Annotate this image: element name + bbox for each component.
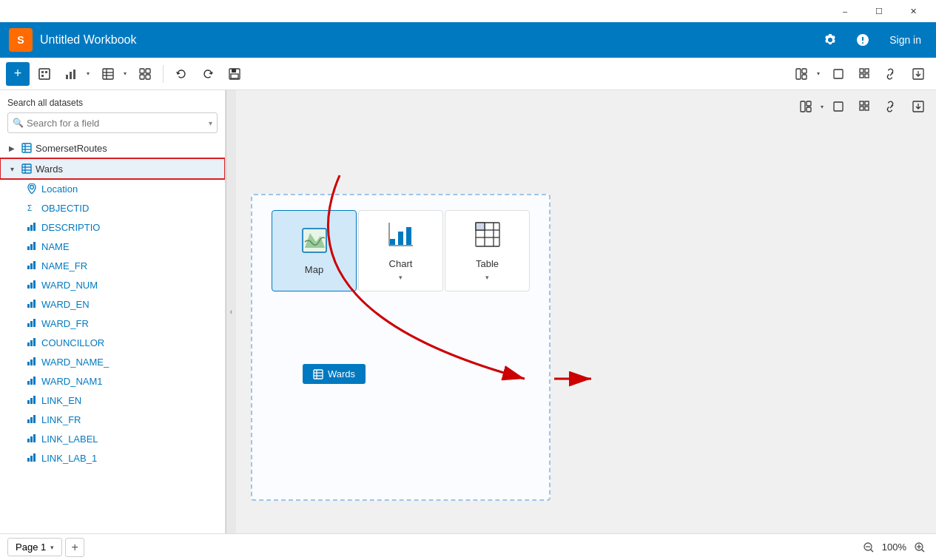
svg-rect-6 — [73, 70, 75, 79]
table-button[interactable] — [96, 62, 120, 86]
field-item-link-label[interactable]: LINK_LABEL — [0, 429, 225, 448]
viz-card-map[interactable]: Map — [272, 210, 357, 291]
field-item-link-en[interactable]: LINK_EN — [0, 391, 225, 410]
field-item-descriptio[interactable]: DESCRIPTIO — [0, 217, 225, 237]
svg-rect-38 — [27, 227, 30, 231]
svg-rect-73 — [33, 434, 36, 442]
field-item-location[interactable]: Location — [0, 179, 225, 198]
field-label-name-fr: NAME_FR — [41, 260, 87, 271]
wards-table-icon — [21, 163, 33, 175]
expand-icon[interactable]: ▶ — [6, 142, 18, 154]
svg-rect-22 — [860, 69, 863, 72]
export-button[interactable] — [906, 62, 930, 86]
table-chevron[interactable]: ▾ — [120, 62, 130, 86]
minimize-button[interactable]: – — [828, 0, 862, 22]
dashboard-button[interactable] — [133, 62, 157, 86]
table-viz-icon — [474, 221, 501, 254]
search-label: Search all datasets — [7, 98, 218, 108]
field-item-name[interactable]: NAME — [0, 237, 225, 256]
page-tab-dropdown-icon[interactable]: ▾ — [50, 544, 54, 551]
dataset-item-wards[interactable]: ▾ Wards ✏ ••• — [0, 158, 225, 179]
wards-badge-label: Wards — [328, 368, 355, 379]
fullscreen-button[interactable] — [826, 62, 850, 86]
field-label-link-lab1: LINK_LAB_1 — [41, 453, 97, 464]
canvas-layout-chevron[interactable]: ▾ — [821, 104, 824, 110]
wards-edit-icon[interactable]: ✏ — [198, 163, 206, 175]
table-icon — [21, 142, 33, 154]
map-view-button[interactable] — [33, 62, 56, 86]
svg-rect-1 — [41, 71, 44, 73]
field-item-name-fr[interactable]: NAME_FR — [0, 256, 225, 275]
bar-chart-chevron[interactable]: ▾ — [83, 62, 93, 86]
field-item-ward-fr[interactable]: WARD_FR — [0, 314, 225, 333]
dataset-item-somersetroutes[interactable]: ▶ SomersetRoutes — [0, 138, 225, 158]
field-item-objectid[interactable]: Σ OBJECTID — [0, 198, 225, 217]
layout-button-group[interactable]: ▾ — [789, 62, 824, 86]
chart-viz-icon — [388, 221, 414, 254]
search-box[interactable]: 🔍 ▾ — [7, 112, 218, 133]
undo-button[interactable] — [169, 62, 193, 86]
svg-rect-59 — [27, 362, 30, 365]
field-item-ward-nam1[interactable]: WARD_NAM1 — [0, 371, 225, 391]
canvas-link-button[interactable] — [880, 95, 903, 118]
help-button[interactable] — [851, 28, 875, 52]
add-page-button[interactable]: + — [65, 538, 84, 557]
bar-field-icon-link-fr — [27, 414, 37, 425]
sidebar: Search all datasets 🔍 ▾ ▶ SomersetRoutes… — [0, 90, 226, 533]
search-chevron-icon[interactable]: ▾ — [209, 119, 212, 127]
field-item-ward-num[interactable]: WARD_NUM — [0, 275, 225, 294]
field-label-descriptio: DESCRIPTIO — [41, 222, 100, 233]
svg-rect-46 — [33, 261, 36, 269]
header: S Untitled Workbook Sign in — [0, 22, 936, 58]
svg-rect-81 — [860, 101, 863, 105]
sidebar-collapse-handle[interactable]: ‹ — [226, 90, 236, 533]
zoom-out-button[interactable] — [860, 539, 878, 556]
signin-button[interactable]: Sign in — [883, 31, 927, 49]
location-field-icon — [27, 183, 37, 194]
zoom-in-button[interactable] — [911, 539, 929, 556]
canvas-frame-button[interactable] — [826, 95, 850, 118]
restore-button[interactable]: ☐ — [862, 0, 896, 22]
field-item-link-fr[interactable]: LINK_FR — [0, 410, 225, 429]
search-input[interactable] — [27, 118, 206, 129]
add-button[interactable]: + — [6, 62, 30, 86]
field-item-councillor[interactable]: COUNCILLOR — [0, 333, 225, 352]
svg-rect-79 — [807, 107, 811, 112]
grid-button[interactable] — [853, 62, 877, 86]
bar-chart-button[interactable] — [59, 62, 83, 86]
table-viz-chevron[interactable]: ▾ — [485, 274, 489, 281]
svg-rect-25 — [865, 74, 869, 78]
header-actions: Sign in — [818, 28, 927, 52]
save-button[interactable] — [223, 62, 246, 86]
link-button[interactable] — [880, 62, 903, 86]
viz-card-table[interactable]: Table ▾ — [445, 210, 530, 291]
canvas-layout-button[interactable] — [794, 95, 818, 118]
svg-rect-47 — [27, 285, 30, 289]
redo-button[interactable] — [196, 62, 220, 86]
close-button[interactable]: ✕ — [896, 0, 930, 22]
field-item-ward-name[interactable]: WARD_NAME_ — [0, 352, 225, 371]
field-label-link-label: LINK_LABEL — [41, 434, 98, 445]
svg-rect-2 — [45, 71, 47, 73]
svg-rect-80 — [834, 102, 843, 111]
layout-button[interactable] — [789, 62, 813, 86]
field-item-ward-en[interactable]: WARD_EN — [0, 294, 225, 314]
table-button-group[interactable]: ▾ — [96, 62, 130, 86]
wards-expand-icon[interactable]: ▾ — [6, 163, 18, 175]
bar-field-icon-descriptio — [27, 222, 37, 232]
wards-more-icon[interactable]: ••• — [209, 163, 219, 175]
svg-line-105 — [870, 549, 873, 552]
svg-rect-41 — [27, 246, 30, 250]
viz-card-chart[interactable]: Chart ▾ — [358, 210, 443, 291]
canvas-grid-button[interactable] — [853, 95, 877, 118]
field-item-link-lab1[interactable]: LINK_LAB_1 — [0, 448, 225, 468]
svg-line-108 — [922, 549, 925, 552]
bar-chart-button-group[interactable]: ▾ — [59, 62, 93, 86]
canvas-export-button[interactable] — [906, 95, 930, 118]
chart-viz-chevron[interactable]: ▾ — [399, 274, 403, 281]
settings-button[interactable] — [818, 28, 842, 52]
field-label-name: NAME — [41, 241, 70, 252]
page-tab-1[interactable]: Page 1 ▾ — [7, 538, 62, 556]
layout-chevron[interactable]: ▾ — [813, 62, 824, 86]
wards-badge[interactable]: Wards — [303, 364, 366, 384]
